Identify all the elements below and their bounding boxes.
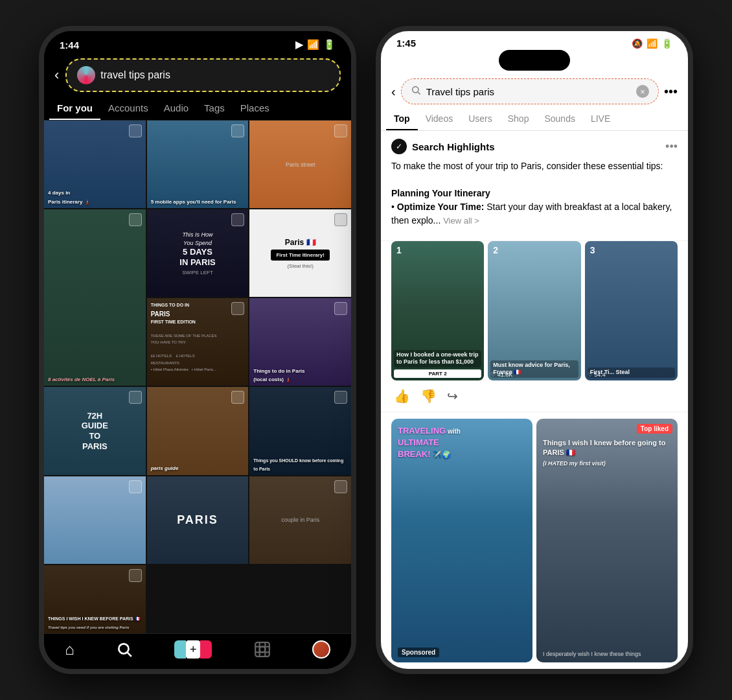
grid-item-1[interactable]: 4 days inParis itinerary 🗼: [44, 121, 146, 208]
video-num-1: 1: [396, 245, 402, 255]
video-title-1: How I booked a one-week trip to Paris fo…: [394, 350, 481, 368]
svg-line-9: [418, 92, 420, 95]
right-search-bar: ‹ Travel tips paris × •••: [381, 73, 688, 107]
grid-item-14[interactable]: THINGS I WISH I KNEW BEFORE PARIS 🇫🇷 Tra…: [44, 565, 146, 633]
highlights-more-button[interactable]: •••: [665, 140, 678, 154]
grid-item-9[interactable]: 72HGUIDETOPARIS: [44, 387, 146, 474]
left-phone: 1:44 ▶ 📶 🔋 ‹ travel tips paris For you A…: [39, 26, 356, 674]
video-likes-1: ♡ 222.3: [394, 371, 415, 378]
grid-text-10: paris guide: [147, 461, 249, 474]
grid-item-couple[interactable]: couple in Paris: [249, 476, 351, 564]
grid-checkbox-1: [129, 124, 142, 137]
card-1-sponsored: Sponsored: [398, 648, 439, 657]
highlights-body: To make the most of your trip to Paris, …: [391, 159, 678, 228]
tiktok-logo-icon: [77, 66, 95, 84]
right-tabs: Top Videos Users Shop Sounds LIVE: [381, 107, 688, 131]
clear-search-button[interactable]: ×: [636, 85, 649, 98]
highlights-badge-icon: ✓: [391, 139, 407, 154]
grid-checkbox-p: [129, 480, 142, 493]
grid-item-3[interactable]: Paris street: [249, 121, 351, 208]
right-battery-icon: 🔋: [661, 38, 672, 49]
video-likes-3: ♡ 54.4: [588, 371, 606, 378]
svg-rect-2: [255, 642, 269, 657]
left-tab-places[interactable]: Places: [233, 97, 277, 120]
left-search-input-wrap[interactable]: travel tips paris: [65, 58, 341, 92]
left-tab-for-you[interactable]: For you: [49, 97, 100, 120]
grid-text-1: 4 days inParis itinerary 🗼: [44, 185, 146, 208]
highlights-title-wrap: ✓ Search Highlights: [391, 139, 495, 154]
right-tab-shop[interactable]: Shop: [500, 107, 537, 130]
left-bottom-nav: ⌂ +: [44, 633, 351, 669]
svg-point-0: [119, 644, 128, 653]
grid-item-paris-street[interactable]: [44, 476, 146, 564]
grid-item-10[interactable]: paris guide: [147, 387, 249, 474]
grid-item-12[interactable]: PARIS: [147, 476, 249, 564]
video-thumb-3[interactable]: 3 First Ti... Steal ♡ 54.4: [585, 241, 678, 380]
grid-checkbox-14: [129, 569, 142, 582]
nav-reels-button[interactable]: [254, 641, 271, 658]
location-icon: ▶: [295, 39, 303, 51]
grid-item-5[interactable]: This Is HowYou Spend 5 DAYSIN PARIS SWIP…: [147, 209, 249, 297]
search-highlights-section: ✓ Search Highlights ••• To make the most…: [381, 131, 688, 241]
more-options-button[interactable]: •••: [664, 84, 678, 99]
bottom-card-1[interactable]: TRAVELING with ULTIMATEBREAK! ✈️🌍 Sponso…: [391, 419, 532, 662]
highlights-header: ✓ Search Highlights •••: [391, 139, 678, 154]
nav-profile-button[interactable]: [312, 640, 330, 659]
grid-checkbox-4: [129, 213, 142, 226]
right-back-button[interactable]: ‹: [391, 84, 396, 99]
grid-text-14: THINGS I WISH I KNEW BEFORE PARIS 🇫🇷 Tra…: [44, 611, 146, 633]
grid-item-11[interactable]: Things you SHOULD know before coming to …: [249, 387, 351, 474]
left-search-query: travel tips paris: [100, 69, 170, 81]
left-back-button[interactable]: ‹: [54, 67, 59, 84]
battery-icon: 🔋: [323, 39, 336, 51]
left-tabs: For you Accounts Audio Tags Places: [44, 97, 351, 121]
bottom-card-2[interactable]: Top liked Things I wish I knew before go…: [536, 419, 678, 662]
share-button[interactable]: ↪: [447, 388, 458, 404]
video-likes-2: ♡ 41.6K: [490, 371, 512, 378]
video-thumb-1[interactable]: 1 How I booked a one-week trip to Paris …: [391, 241, 484, 380]
grid-text-2: 5 mobile apps you'll need for Paris: [147, 194, 249, 208]
card-2-subtitle: I desperately wish I knew these things: [543, 651, 671, 657]
dislike-button[interactable]: 👎: [420, 388, 437, 404]
video-row: 1 How I booked a one-week trip to Paris …: [381, 241, 688, 388]
right-tab-users[interactable]: Users: [461, 107, 500, 130]
view-all-button[interactable]: View all >: [443, 216, 479, 226]
grid-checkbox-8: [334, 302, 347, 315]
left-tab-accounts[interactable]: Accounts: [100, 97, 156, 120]
grid-item-6[interactable]: Paris 🇫🇷 First Time Itinerary! (Steal th…: [249, 209, 351, 297]
right-status-icons: 📶 🔋: [632, 38, 672, 49]
like-button[interactable]: 👍: [394, 388, 410, 404]
grid-text-8: Things to do in Paris(local costs) 🗼: [249, 364, 351, 386]
right-tab-videos[interactable]: Videos: [418, 107, 461, 130]
right-tab-sounds[interactable]: Sounds: [536, 107, 582, 130]
right-tab-top[interactable]: Top: [386, 107, 418, 130]
svg-line-1: [128, 653, 132, 657]
bottom-cards: TRAVELING with ULTIMATEBREAK! ✈️🌍 Sponso…: [381, 412, 688, 669]
video-thumb-2[interactable]: 2 Must know advice for Paris, France 🇫🇷 …: [488, 241, 580, 380]
video-num-2: 2: [493, 245, 498, 255]
left-time: 1:44: [60, 40, 79, 51]
video-num-3: 3: [590, 245, 595, 255]
top-liked-badge: Top liked: [637, 424, 672, 434]
grid-item-2[interactable]: 5 mobile apps you'll need for Paris: [147, 121, 249, 208]
grid-item-7[interactable]: THINGS TO DO IN PARIS FIRST TIME EDITION…: [147, 298, 249, 386]
nav-search-button[interactable]: [116, 641, 133, 658]
right-status-bar: 1:45 📶 🔋: [381, 31, 688, 50]
right-time: 1:45: [396, 38, 416, 49]
grid-item-8[interactable]: Things to do in Paris(local costs) 🗼: [249, 298, 351, 386]
left-grid: 4 days inParis itinerary 🗼 5 mobile apps…: [44, 121, 351, 633]
right-search-icon: [411, 85, 421, 98]
grid-item-4[interactable]: 8 activités de NOEL à Paris: [44, 209, 146, 386]
grid-checkbox-2: [231, 124, 244, 137]
left-tab-audio[interactable]: Audio: [156, 97, 196, 120]
reaction-row: 👍 👎 ↪: [381, 388, 688, 412]
grid-checkbox-11: [334, 391, 347, 404]
left-tab-tags[interactable]: Tags: [196, 97, 233, 120]
right-tab-live[interactable]: LIVE: [583, 107, 618, 130]
grid-checkbox-10: [231, 391, 244, 404]
nav-add-button[interactable]: +: [174, 640, 212, 659]
nav-home-button[interactable]: ⌂: [65, 640, 74, 659]
highlights-title: Search Highlights: [412, 141, 495, 152]
right-search-input-wrap[interactable]: Travel tips paris ×: [401, 78, 659, 104]
left-search-bar: ‹ travel tips paris: [44, 53, 351, 97]
